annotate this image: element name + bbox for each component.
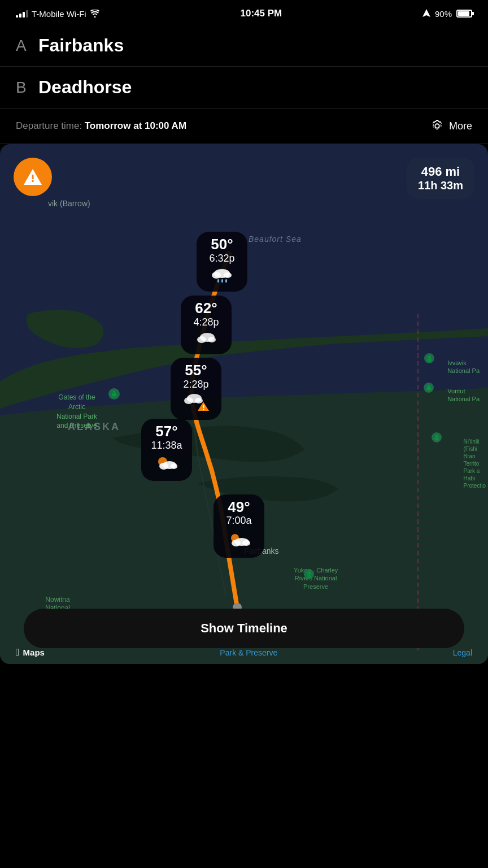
temp-3: 55° <box>178 362 213 379</box>
svg-point-6 <box>224 272 232 278</box>
distance-value: 496 mi <box>418 164 463 179</box>
show-timeline-button[interactable]: Show Timeline <box>24 609 464 648</box>
weather-icon-partly-sunny-2 <box>149 454 184 476</box>
gear-icon <box>430 119 445 133</box>
temp-4: 62° <box>189 300 224 316</box>
temp-1: 49° <box>221 499 256 515</box>
weather-pin-2[interactable]: 57° 11:38a <box>141 419 192 481</box>
svg-point-20 <box>159 463 168 470</box>
weather-icon-partly-sunny-1 <box>221 530 256 553</box>
departure-time: Tomorrow at 10:00 AM <box>85 120 186 131</box>
route-point-a: A Fairbanks <box>0 25 488 67</box>
vuntut-dot: 🌲 <box>424 383 434 393</box>
svg-rect-9 <box>225 279 227 283</box>
duration-value: 11h 33m <box>418 179 463 192</box>
beaufort-sea-label: Beaufort Sea <box>249 235 302 244</box>
niilini-label: Ni'iinlii(FishiBranTerritoPark aHabiProt… <box>464 438 486 489</box>
more-button[interactable]: More <box>430 119 472 133</box>
ivvavik-label: IvvavikNational Pa <box>447 359 480 375</box>
route-name-b: Deadhorse <box>38 77 132 98</box>
signal-icon <box>16 10 28 18</box>
status-left: T-Mobile Wi-Fi <box>16 9 100 19</box>
svg-rect-17 <box>203 409 204 411</box>
time-4: 4:28p <box>189 316 224 329</box>
svg-point-14 <box>184 397 193 404</box>
carrier-label: T-Mobile Wi-Fi <box>32 9 86 19</box>
weather-icon-cloudy <box>189 331 224 350</box>
gates-park-dot: 🌲 <box>108 388 120 400</box>
weather-icon-cloudy-alert <box>178 393 213 415</box>
departure-bar: Departure time: Tomorrow at 10:00 AM Mor… <box>0 108 488 144</box>
legal-link[interactable]: Legal <box>453 648 472 657</box>
route-letter-b: B <box>16 79 38 97</box>
svg-point-24 <box>232 540 241 546</box>
svg-point-25 <box>242 540 250 546</box>
location-icon <box>422 9 430 18</box>
battery-pct: 90% <box>435 9 452 19</box>
route-point-b: B Deadhorse <box>0 67 488 108</box>
niilini-dot: 🌲 <box>432 432 442 442</box>
barrow-label: vik (Barrow) <box>48 198 90 209</box>
temp-5: 50° <box>204 236 239 253</box>
warning-icon <box>23 168 43 186</box>
status-time: 10:45 PM <box>240 8 282 19</box>
ivvavik-dot: 🌲 <box>424 353 434 363</box>
route-header: A Fairbanks B Deadhorse <box>0 25 488 108</box>
status-bar: T-Mobile Wi-Fi 10:45 PM 90% <box>0 0 488 25</box>
svg-point-15 <box>195 398 203 403</box>
temp-2: 57° <box>149 423 184 440</box>
departure-label: Departure time: <box>16 120 82 131</box>
more-label: More <box>449 120 472 132</box>
map-container[interactable]: vik (Barrow) ALASKA Beaufort Sea Gates o… <box>0 144 488 664</box>
park-preserve-link[interactable]: Park & Preserve <box>220 648 277 657</box>
battery-icon <box>456 10 472 18</box>
weather-pin-4[interactable]: 62° 4:28p <box>181 296 232 354</box>
route-name-a: Fairbanks <box>38 35 124 56</box>
vuntut-label: VuntutNational Pa <box>447 387 480 403</box>
maps-footer:  Maps Park & Preserve Legal <box>0 643 488 664</box>
svg-rect-7 <box>217 279 219 283</box>
svg-point-12 <box>208 337 216 342</box>
route-letter-a: A <box>16 37 38 55</box>
weather-pin-3[interactable]: 55° 2:28p <box>171 358 221 420</box>
yukon-charley-label: Yukon - CharleyRivers NationalPreserve <box>294 566 338 591</box>
wifi-icon <box>90 10 100 18</box>
weather-pin-5[interactable]: 50° 6:32p <box>197 232 247 292</box>
svg-point-21 <box>171 463 177 469</box>
time-2: 11:38a <box>149 440 184 452</box>
time-3: 2:28p <box>178 379 213 391</box>
maps-label: Maps <box>23 648 45 657</box>
departure-info: Departure time: Tomorrow at 10:00 AM <box>16 120 186 132</box>
svg-rect-8 <box>221 279 223 283</box>
warning-button[interactable] <box>14 158 52 196</box>
apple-logo-icon:  <box>16 646 20 658</box>
weather-pin-1[interactable]: 49° 7:00a <box>213 494 264 558</box>
time-5: 6:32p <box>204 253 239 265</box>
svg-point-11 <box>197 336 206 343</box>
apple-maps-logo:  Maps <box>16 646 45 658</box>
weather-icon-rain <box>204 267 239 287</box>
yukon-dot: 🌲 <box>304 569 314 579</box>
distance-badge: 496 mi 11h 33m <box>407 158 474 199</box>
svg-rect-16 <box>203 405 204 408</box>
gates-label: Gates of theArcticNational Parkand Prese… <box>56 393 97 431</box>
svg-point-5 <box>212 272 221 279</box>
status-right: 90% <box>422 9 472 19</box>
time-1: 7:00a <box>221 515 256 527</box>
